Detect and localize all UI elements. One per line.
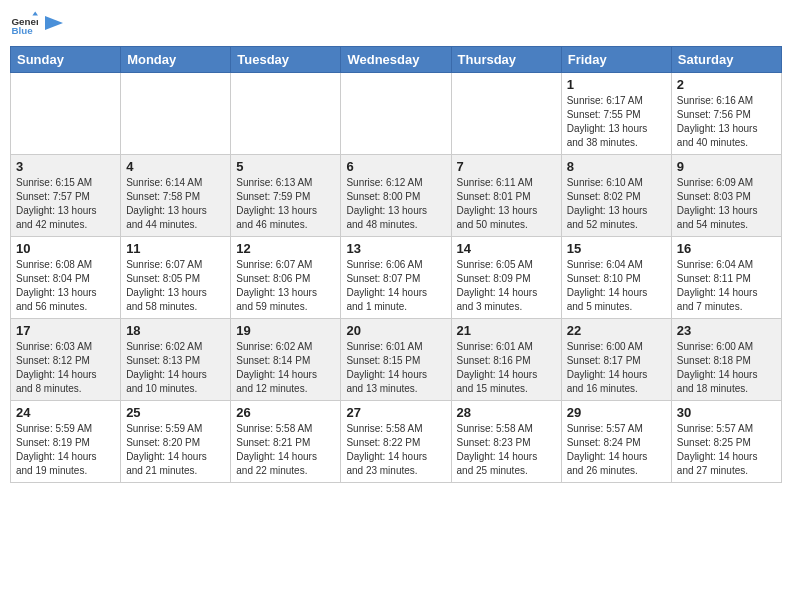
day-number: 30: [677, 405, 776, 420]
day-number: 28: [457, 405, 556, 420]
calendar-cell: 6Sunrise: 6:12 AMSunset: 8:00 PMDaylight…: [341, 155, 451, 237]
day-number: 24: [16, 405, 115, 420]
day-info: Sunrise: 6:05 AMSunset: 8:09 PMDaylight:…: [457, 258, 556, 314]
day-info: Sunrise: 6:16 AMSunset: 7:56 PMDaylight:…: [677, 94, 776, 150]
day-number: 27: [346, 405, 445, 420]
calendar-cell: 26Sunrise: 5:58 AMSunset: 8:21 PMDayligh…: [231, 401, 341, 483]
calendar-week-row: 17Sunrise: 6:03 AMSunset: 8:12 PMDayligh…: [11, 319, 782, 401]
calendar-cell: 24Sunrise: 5:59 AMSunset: 8:19 PMDayligh…: [11, 401, 121, 483]
calendar-week-row: 24Sunrise: 5:59 AMSunset: 8:19 PMDayligh…: [11, 401, 782, 483]
day-info: Sunrise: 5:58 AMSunset: 8:21 PMDaylight:…: [236, 422, 335, 478]
calendar-week-row: 10Sunrise: 6:08 AMSunset: 8:04 PMDayligh…: [11, 237, 782, 319]
calendar-cell: [121, 73, 231, 155]
day-info: Sunrise: 6:10 AMSunset: 8:02 PMDaylight:…: [567, 176, 666, 232]
day-info: Sunrise: 6:06 AMSunset: 8:07 PMDaylight:…: [346, 258, 445, 314]
svg-marker-2: [32, 11, 38, 15]
day-info: Sunrise: 6:11 AMSunset: 8:01 PMDaylight:…: [457, 176, 556, 232]
day-info: Sunrise: 5:57 AMSunset: 8:25 PMDaylight:…: [677, 422, 776, 478]
calendar-cell: 11Sunrise: 6:07 AMSunset: 8:05 PMDayligh…: [121, 237, 231, 319]
calendar-cell: 1Sunrise: 6:17 AMSunset: 7:55 PMDaylight…: [561, 73, 671, 155]
day-info: Sunrise: 6:01 AMSunset: 8:16 PMDaylight:…: [457, 340, 556, 396]
calendar-cell: 27Sunrise: 5:58 AMSunset: 8:22 PMDayligh…: [341, 401, 451, 483]
day-number: 21: [457, 323, 556, 338]
calendar-cell: [11, 73, 121, 155]
day-info: Sunrise: 6:09 AMSunset: 8:03 PMDaylight:…: [677, 176, 776, 232]
day-number: 22: [567, 323, 666, 338]
day-number: 29: [567, 405, 666, 420]
day-number: 23: [677, 323, 776, 338]
day-info: Sunrise: 6:02 AMSunset: 8:13 PMDaylight:…: [126, 340, 225, 396]
weekday-header: Saturday: [671, 47, 781, 73]
day-number: 8: [567, 159, 666, 174]
calendar-cell: 28Sunrise: 5:58 AMSunset: 8:23 PMDayligh…: [451, 401, 561, 483]
svg-marker-3: [45, 16, 63, 30]
day-info: Sunrise: 6:13 AMSunset: 7:59 PMDaylight:…: [236, 176, 335, 232]
day-number: 20: [346, 323, 445, 338]
day-number: 12: [236, 241, 335, 256]
day-number: 7: [457, 159, 556, 174]
calendar-cell: 2Sunrise: 6:16 AMSunset: 7:56 PMDaylight…: [671, 73, 781, 155]
day-info: Sunrise: 6:07 AMSunset: 8:06 PMDaylight:…: [236, 258, 335, 314]
day-info: Sunrise: 6:12 AMSunset: 8:00 PMDaylight:…: [346, 176, 445, 232]
day-info: Sunrise: 6:07 AMSunset: 8:05 PMDaylight:…: [126, 258, 225, 314]
day-number: 17: [16, 323, 115, 338]
calendar-cell: 22Sunrise: 6:00 AMSunset: 8:17 PMDayligh…: [561, 319, 671, 401]
day-number: 1: [567, 77, 666, 92]
day-number: 11: [126, 241, 225, 256]
day-number: 4: [126, 159, 225, 174]
day-number: 15: [567, 241, 666, 256]
calendar-cell: [341, 73, 451, 155]
day-info: Sunrise: 5:58 AMSunset: 8:22 PMDaylight:…: [346, 422, 445, 478]
day-number: 16: [677, 241, 776, 256]
calendar-cell: 20Sunrise: 6:01 AMSunset: 8:15 PMDayligh…: [341, 319, 451, 401]
day-info: Sunrise: 6:00 AMSunset: 8:18 PMDaylight:…: [677, 340, 776, 396]
day-info: Sunrise: 6:17 AMSunset: 7:55 PMDaylight:…: [567, 94, 666, 150]
calendar-cell: 16Sunrise: 6:04 AMSunset: 8:11 PMDayligh…: [671, 237, 781, 319]
day-number: 19: [236, 323, 335, 338]
calendar-cell: 9Sunrise: 6:09 AMSunset: 8:03 PMDaylight…: [671, 155, 781, 237]
day-info: Sunrise: 6:08 AMSunset: 8:04 PMDaylight:…: [16, 258, 115, 314]
calendar-cell: 25Sunrise: 5:59 AMSunset: 8:20 PMDayligh…: [121, 401, 231, 483]
calendar-table: SundayMondayTuesdayWednesdayThursdayFrid…: [10, 46, 782, 483]
calendar-cell: 21Sunrise: 6:01 AMSunset: 8:16 PMDayligh…: [451, 319, 561, 401]
calendar-week-row: 3Sunrise: 6:15 AMSunset: 7:57 PMDaylight…: [11, 155, 782, 237]
day-info: Sunrise: 5:57 AMSunset: 8:24 PMDaylight:…: [567, 422, 666, 478]
day-info: Sunrise: 5:59 AMSunset: 8:20 PMDaylight:…: [126, 422, 225, 478]
weekday-header: Thursday: [451, 47, 561, 73]
weekday-header: Friday: [561, 47, 671, 73]
calendar-cell: 19Sunrise: 6:02 AMSunset: 8:14 PMDayligh…: [231, 319, 341, 401]
calendar-cell: 5Sunrise: 6:13 AMSunset: 7:59 PMDaylight…: [231, 155, 341, 237]
calendar-cell: 3Sunrise: 6:15 AMSunset: 7:57 PMDaylight…: [11, 155, 121, 237]
logo: General Blue: [10, 10, 63, 38]
calendar-cell: 10Sunrise: 6:08 AMSunset: 8:04 PMDayligh…: [11, 237, 121, 319]
logo-flag-icon: [45, 16, 63, 30]
calendar-cell: [231, 73, 341, 155]
logo-icon: General Blue: [10, 10, 38, 38]
calendar-cell: 12Sunrise: 6:07 AMSunset: 8:06 PMDayligh…: [231, 237, 341, 319]
day-info: Sunrise: 6:03 AMSunset: 8:12 PMDaylight:…: [16, 340, 115, 396]
day-info: Sunrise: 6:01 AMSunset: 8:15 PMDaylight:…: [346, 340, 445, 396]
day-info: Sunrise: 5:59 AMSunset: 8:19 PMDaylight:…: [16, 422, 115, 478]
day-info: Sunrise: 6:04 AMSunset: 8:10 PMDaylight:…: [567, 258, 666, 314]
weekday-header: Monday: [121, 47, 231, 73]
day-number: 14: [457, 241, 556, 256]
day-info: Sunrise: 5:58 AMSunset: 8:23 PMDaylight:…: [457, 422, 556, 478]
day-number: 18: [126, 323, 225, 338]
day-number: 10: [16, 241, 115, 256]
day-info: Sunrise: 6:14 AMSunset: 7:58 PMDaylight:…: [126, 176, 225, 232]
calendar-week-row: 1Sunrise: 6:17 AMSunset: 7:55 PMDaylight…: [11, 73, 782, 155]
calendar-cell: 17Sunrise: 6:03 AMSunset: 8:12 PMDayligh…: [11, 319, 121, 401]
calendar-cell: 15Sunrise: 6:04 AMSunset: 8:10 PMDayligh…: [561, 237, 671, 319]
calendar-cell: 4Sunrise: 6:14 AMSunset: 7:58 PMDaylight…: [121, 155, 231, 237]
calendar-cell: 30Sunrise: 5:57 AMSunset: 8:25 PMDayligh…: [671, 401, 781, 483]
day-number: 2: [677, 77, 776, 92]
calendar-cell: 29Sunrise: 5:57 AMSunset: 8:24 PMDayligh…: [561, 401, 671, 483]
day-info: Sunrise: 6:04 AMSunset: 8:11 PMDaylight:…: [677, 258, 776, 314]
calendar-header-row: SundayMondayTuesdayWednesdayThursdayFrid…: [11, 47, 782, 73]
day-info: Sunrise: 6:15 AMSunset: 7:57 PMDaylight:…: [16, 176, 115, 232]
day-number: 9: [677, 159, 776, 174]
weekday-header: Wednesday: [341, 47, 451, 73]
weekday-header: Sunday: [11, 47, 121, 73]
calendar-cell: 23Sunrise: 6:00 AMSunset: 8:18 PMDayligh…: [671, 319, 781, 401]
day-number: 5: [236, 159, 335, 174]
